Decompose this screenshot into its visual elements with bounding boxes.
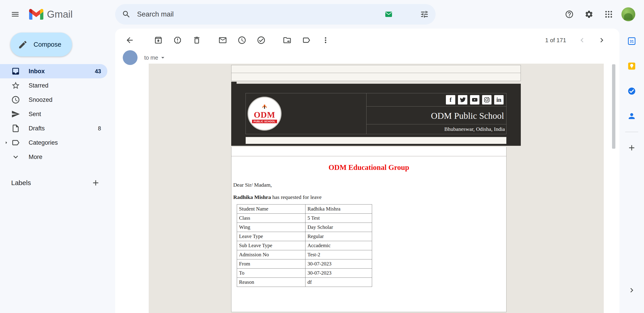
labels-heading: Labels	[11, 179, 31, 187]
expand-arrow-icon[interactable]	[3, 140, 10, 146]
keep-button[interactable]	[622, 56, 642, 76]
sidebar-item-count: 8	[98, 125, 101, 132]
request-line: Radhika Mishra has requested for leave	[233, 194, 506, 200]
gear-icon	[584, 10, 594, 19]
more-vert-icon	[321, 36, 330, 45]
scrollbar-thumb[interactable]	[612, 64, 616, 149]
table-row: Student Name Radhika Mishra	[237, 204, 372, 214]
sidebar-item-snoozed[interactable]: Snoozed	[0, 93, 107, 107]
snooze-button[interactable]	[232, 31, 252, 50]
get-addons-button[interactable]	[622, 138, 642, 157]
table-row: Class 5 Test	[237, 214, 372, 223]
field-label: Admission No	[237, 250, 306, 259]
logo-figure-icon	[261, 104, 268, 111]
sidebar-item-categories[interactable]: Categories	[0, 136, 107, 150]
archive-icon	[154, 36, 163, 45]
support-button[interactable]	[560, 4, 579, 24]
tasks-button[interactable]	[622, 81, 642, 101]
field-label: From	[237, 259, 306, 269]
letter-spacer-row	[232, 147, 506, 156]
sidebar-item-more[interactable]: More	[0, 150, 107, 164]
search-input[interactable]	[135, 10, 382, 18]
sidebar-item-inbox[interactable]: Inbox 43	[0, 64, 107, 78]
sidebar-item-drafts[interactable]: Drafts 8	[0, 121, 107, 136]
clock-icon	[238, 36, 246, 45]
search-options-button[interactable]	[416, 5, 433, 23]
search-bar	[115, 4, 436, 24]
field-value: Regular	[306, 232, 372, 241]
twitter-icon[interactable]	[458, 95, 467, 105]
mark-unread-button[interactable]	[213, 31, 232, 50]
pagination-count: 1 of 171	[545, 37, 566, 44]
table-row: Admission No Test-2	[237, 250, 372, 259]
label-tag-icon	[302, 36, 311, 45]
chevron-right-icon	[597, 36, 606, 45]
linkedin-icon[interactable]: in	[494, 95, 504, 105]
recipient-label: to me	[144, 54, 158, 61]
main-menu-button[interactable]	[5, 4, 25, 24]
sidebar-item-sent[interactable]: Sent	[0, 107, 107, 121]
field-label: Student Name	[237, 204, 306, 214]
field-value: df	[306, 278, 372, 287]
trash-icon	[192, 36, 201, 45]
table-row: Wing Day Scholar	[237, 223, 372, 232]
more-options-button[interactable]	[316, 31, 335, 50]
move-to-button[interactable]	[278, 31, 297, 50]
facebook-icon[interactable]: f	[446, 95, 455, 105]
contacts-button[interactable]	[622, 106, 642, 126]
older-message-button[interactable]	[592, 31, 611, 50]
sidebar-item-label: Categories	[28, 139, 58, 146]
search-icon	[122, 10, 131, 19]
school-logo-cell: ODM PUBLIC SCHOOL	[246, 93, 366, 134]
compose-button[interactable]: Compose	[10, 33, 72, 56]
task-check-icon	[257, 36, 266, 45]
field-value: 5 Test	[306, 214, 372, 223]
labels-section: Labels	[0, 175, 107, 191]
archive-button[interactable]	[149, 31, 168, 50]
sender-avatar[interactable]	[123, 50, 138, 65]
pencil-icon	[18, 40, 28, 50]
sidebar-item-label: Sent	[28, 111, 41, 118]
recipient-dropdown[interactable]: to me	[144, 54, 166, 61]
show-side-panel-button[interactable]	[622, 280, 642, 300]
delete-button[interactable]	[187, 31, 206, 50]
field-label: To	[237, 269, 306, 278]
request-text: has requested for leave	[272, 194, 322, 200]
arrow-back-icon	[125, 36, 134, 45]
labels-button[interactable]	[297, 31, 316, 50]
keep-icon	[627, 62, 636, 71]
tune-icon	[420, 10, 429, 19]
sidebar-item-label: More	[28, 154, 42, 160]
caret-down-icon	[159, 54, 166, 61]
profile-avatar	[622, 7, 635, 21]
add-to-tasks-button[interactable]	[252, 31, 271, 50]
report-spam-button[interactable]	[168, 31, 187, 50]
youtube-icon[interactable]	[470, 95, 480, 105]
search-button[interactable]	[118, 5, 135, 23]
instagram-icon[interactable]	[482, 95, 492, 105]
send-icon	[11, 110, 20, 119]
envelope-icon	[218, 36, 227, 45]
google-apps-button[interactable]	[599, 4, 618, 24]
table-row: Reason df	[237, 278, 372, 287]
sidebar-item-starred[interactable]: Starred	[0, 78, 107, 93]
create-label-button[interactable]	[88, 175, 104, 191]
sidebar: Compose Inbox 43 Starred Snoozed Sent Dr…	[0, 28, 114, 313]
header-actions	[560, 4, 638, 24]
field-value: 30-07-2023	[306, 269, 372, 278]
social-links: f in	[366, 93, 506, 107]
calendar-button[interactable]: 31	[622, 31, 642, 51]
field-value: Radhika Mishra	[306, 204, 372, 214]
newer-message-button[interactable]	[572, 31, 592, 50]
settings-button[interactable]	[579, 4, 599, 24]
logo-odm-text: ODM	[254, 111, 275, 119]
gmail-logo[interactable]: Gmail	[29, 9, 73, 20]
extension-envelope-icon[interactable]	[382, 7, 395, 21]
message-toolbar: 1 of 171	[115, 28, 620, 50]
back-button[interactable]	[120, 31, 139, 50]
field-label: Leave Type	[237, 232, 306, 241]
plus-icon	[627, 143, 636, 152]
email-letter: ODM Educational Group Dear Sir/ Madam, R…	[231, 147, 506, 312]
account-button[interactable]	[618, 4, 638, 24]
email-document: ODM PUBLIC SCHOOL f	[231, 65, 521, 312]
